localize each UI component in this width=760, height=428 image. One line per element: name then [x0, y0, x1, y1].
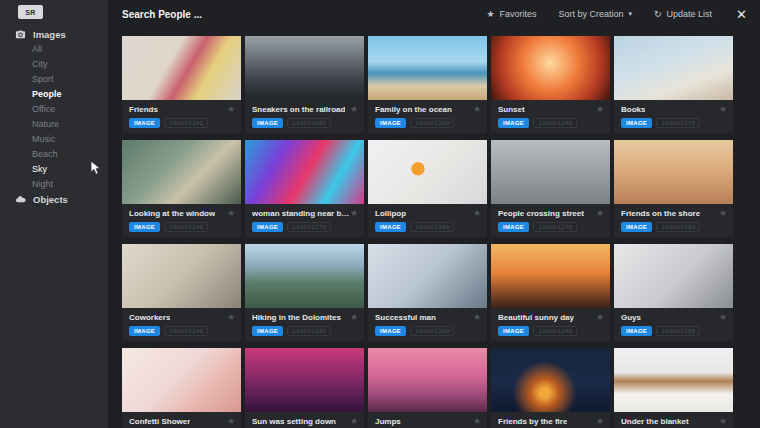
image-resolution: 1920X1280 — [164, 222, 208, 232]
sidebar-item-sky[interactable]: Sky — [0, 162, 108, 177]
image-thumbnail[interactable] — [245, 244, 364, 308]
favorite-star-icon[interactable]: ★ — [596, 209, 604, 218]
image-card[interactable]: Looking at the window★IMAGE1920X1280 — [122, 140, 241, 237]
sidebar-item-beach[interactable]: Beach — [0, 147, 108, 162]
favorite-star-icon[interactable]: ★ — [473, 105, 481, 114]
image-type-badge: IMAGE — [252, 118, 283, 128]
image-thumbnail[interactable] — [122, 36, 241, 100]
update-list-button[interactable]: ↻ Update List — [654, 9, 712, 19]
image-card[interactable]: Books★IMAGE1920X1275 — [614, 36, 733, 133]
image-card[interactable]: Sun was setting down★IMAGE1920X1282 — [245, 348, 364, 428]
card-meta: Books★IMAGE1920X1275 — [614, 100, 733, 133]
image-thumbnail[interactable] — [491, 36, 610, 100]
image-card[interactable]: Beautiful sunny day★IMAGE1920X1280 — [491, 244, 610, 341]
image-title: Lollipop — [375, 209, 406, 218]
image-thumbnail[interactable] — [368, 244, 487, 308]
sidebar-item-people[interactable]: People — [0, 87, 108, 102]
image-card[interactable]: Sunset★IMAGE1920X1280 — [491, 36, 610, 133]
image-card[interactable]: woman standing near buildings★IMAGE1920X… — [245, 140, 364, 237]
favorite-star-icon[interactable]: ★ — [596, 105, 604, 114]
image-thumbnail[interactable] — [368, 36, 487, 100]
image-thumbnail[interactable] — [245, 348, 364, 412]
image-title: People crossing street — [498, 209, 584, 218]
image-thumbnail[interactable] — [122, 140, 241, 204]
favorite-star-icon[interactable]: ★ — [473, 313, 481, 322]
image-card[interactable]: Coworkers★IMAGE1920X1280 — [122, 244, 241, 341]
favorite-star-icon[interactable]: ★ — [719, 209, 727, 218]
favorite-star-icon[interactable]: ★ — [227, 105, 235, 114]
search-input[interactable]: Search People ... — [108, 9, 486, 20]
refresh-icon: ↻ — [654, 9, 662, 19]
image-card[interactable]: Lollipop★IMAGE1920X1345 — [368, 140, 487, 237]
favorite-star-icon[interactable]: ★ — [473, 417, 481, 426]
image-card[interactable]: Successful man★IMAGE1920X1280 — [368, 244, 487, 341]
favorite-star-icon[interactable]: ★ — [719, 313, 727, 322]
image-type-badge: IMAGE — [252, 222, 283, 232]
image-thumbnail[interactable] — [491, 244, 610, 308]
favorite-star-icon[interactable]: ★ — [473, 209, 481, 218]
image-card[interactable]: Sneakers on the railroad★IMAGE1920X1080 — [245, 36, 364, 133]
card-meta: Successful man★IMAGE1920X1280 — [368, 308, 487, 341]
favorite-star-icon[interactable]: ★ — [596, 417, 604, 426]
image-thumbnail[interactable] — [491, 348, 610, 412]
favorite-star-icon[interactable]: ★ — [350, 313, 358, 322]
favorite-star-icon[interactable]: ★ — [227, 417, 235, 426]
image-resolution: 1920X1282 — [164, 118, 208, 128]
sort-dropdown[interactable]: Sort by Creation ▾ — [558, 9, 632, 19]
card-meta: Looking at the window★IMAGE1920X1280 — [122, 204, 241, 237]
favorite-star-icon[interactable]: ★ — [350, 417, 358, 426]
image-thumbnail[interactable] — [245, 36, 364, 100]
favorite-star-icon[interactable]: ★ — [350, 209, 358, 218]
sidebar-item-sport[interactable]: Sport — [0, 72, 108, 87]
image-type-badge: IMAGE — [129, 326, 160, 336]
sidebar-section-label: Images — [33, 29, 66, 40]
image-card[interactable]: Confetti Shower★IMAGE1920X1366 — [122, 348, 241, 428]
sidebar-section-images[interactable]: Images — [0, 27, 108, 42]
sidebar-section-objects[interactable]: Objects — [0, 192, 108, 207]
favorite-star-icon[interactable]: ★ — [350, 105, 358, 114]
image-card[interactable]: Family on the ocean★IMAGE1920X1280 — [368, 36, 487, 133]
close-icon: ✕ — [736, 7, 747, 22]
sidebar-item-all[interactable]: All — [0, 42, 108, 57]
image-thumbnail[interactable] — [368, 140, 487, 204]
image-card[interactable]: Hiking in the Dolomites★IMAGE1920X1282 — [245, 244, 364, 341]
app-logo[interactable]: SR — [18, 5, 43, 19]
image-card[interactable]: Friends★IMAGE1920X1282 — [122, 36, 241, 133]
image-thumbnail[interactable] — [614, 244, 733, 308]
favorites-button[interactable]: ★ Favorites — [486, 9, 536, 19]
favorite-star-icon[interactable]: ★ — [227, 209, 235, 218]
card-meta: Beautiful sunny day★IMAGE1920X1280 — [491, 308, 610, 341]
image-thumbnail[interactable] — [614, 36, 733, 100]
image-title: woman standing near buildings — [252, 209, 350, 218]
card-meta: Friends by the fire★IMAGE1920X1280 — [491, 412, 610, 428]
favorite-star-icon[interactable]: ★ — [719, 417, 727, 426]
card-meta: Hiking in the Dolomites★IMAGE1920X1282 — [245, 308, 364, 341]
sidebar-item-music[interactable]: Music — [0, 132, 108, 147]
image-card[interactable]: Guys★IMAGE1920X1285 — [614, 244, 733, 341]
favorite-star-icon[interactable]: ★ — [227, 313, 235, 322]
image-type-badge: IMAGE — [375, 222, 406, 232]
favorite-star-icon[interactable]: ★ — [719, 105, 727, 114]
sidebar-item-city[interactable]: City — [0, 57, 108, 72]
sidebar-item-night[interactable]: Night — [0, 177, 108, 192]
close-button[interactable]: ✕ — [734, 7, 747, 22]
image-title: Coworkers — [129, 313, 170, 322]
sidebar-item-nature[interactable]: Nature — [0, 117, 108, 132]
image-resolution: 1920X1280 — [410, 326, 454, 336]
image-card[interactable]: Under the blanket★IMAGE1920X1413 — [614, 348, 733, 428]
image-thumbnail[interactable] — [491, 140, 610, 204]
image-card[interactable]: People crossing street★IMAGE1920X1275 — [491, 140, 610, 237]
image-card[interactable]: Friends on the shore★IMAGE1920X1080 — [614, 140, 733, 237]
image-thumbnail[interactable] — [122, 348, 241, 412]
image-thumbnail[interactable] — [368, 348, 487, 412]
sidebar-item-office[interactable]: Office — [0, 102, 108, 117]
image-card[interactable]: Friends by the fire★IMAGE1920X1280 — [491, 348, 610, 428]
image-resolution: 1920X1278 — [287, 222, 331, 232]
image-thumbnail[interactable] — [614, 140, 733, 204]
image-card[interactable]: Jumps★IMAGE1920X1286 — [368, 348, 487, 428]
favorite-star-icon[interactable]: ★ — [596, 313, 604, 322]
image-thumbnail[interactable] — [245, 140, 364, 204]
card-meta: Sunset★IMAGE1920X1280 — [491, 100, 610, 133]
image-thumbnail[interactable] — [122, 244, 241, 308]
image-thumbnail[interactable] — [614, 348, 733, 412]
